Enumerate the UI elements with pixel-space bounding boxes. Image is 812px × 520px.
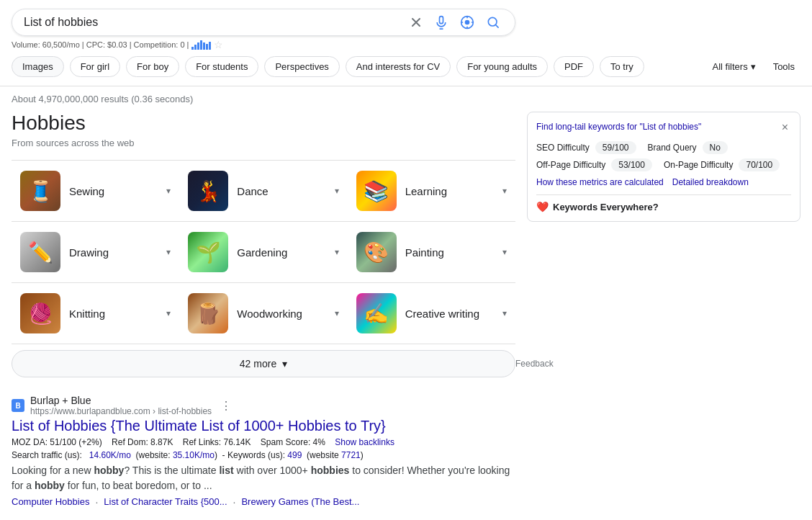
hobby-thumb-sewing: 🧵 <box>20 171 60 211</box>
kw-footer: ❤️ Keywords Everywhere? <box>536 194 791 212</box>
separator-2: · <box>233 496 236 508</box>
ref-dom: Ref Dom: 8.87K <box>112 437 173 447</box>
search-icon[interactable] <box>483 15 503 30</box>
tools-button[interactable]: Tools <box>767 57 800 76</box>
chip-for-girl[interactable]: For girl <box>70 56 120 77</box>
results-count: About 4,970,000,000 results (0.36 second… <box>0 86 812 112</box>
chip-perspectives[interactable]: Perspectives <box>264 56 339 77</box>
mic-icon[interactable] <box>431 15 451 30</box>
spam-score: Spam Score: 4% <box>261 437 325 447</box>
more-button[interactable]: 42 more ▾ <box>12 350 515 377</box>
more-label: 42 more <box>240 358 276 369</box>
moz-da: MOZ DA: 51/100 (+2%) <box>12 437 102 447</box>
hobby-label-creative-writing: Creative writing <box>405 308 494 320</box>
find-longtail-button[interactable]: Find long-tail keywords for "List of hob… <box>536 121 701 133</box>
chevron-down-icon: ▾ <box>751 61 756 72</box>
volume-row: Volume: 60,500/mo | CPC: $0.03 | Competi… <box>12 39 800 50</box>
brand-query-badge: No <box>703 141 728 154</box>
chip-and-interests-for-cv[interactable]: And interests for CV <box>346 56 451 77</box>
chevron-down-creative-writing: ▾ <box>502 308 507 318</box>
all-filters-button[interactable]: All filters ▾ <box>707 57 762 76</box>
keywords-us-val[interactable]: 499 <box>287 450 302 460</box>
off-page-badge: 53/100 <box>611 158 652 171</box>
hobby-item-painting[interactable]: 🎨 Painting ▾ <box>348 222 515 283</box>
ref-links: Ref Links: 76.14K <box>183 437 251 447</box>
chevron-down-knitting: ▾ <box>166 308 171 318</box>
search-bar-area: Volume: 60,500/mo | CPC: $0.03 | Competi… <box>0 0 812 86</box>
seo-difficulty-badge: 59/100 <box>595 141 636 154</box>
all-filters-label: All filters <box>713 61 748 72</box>
hobby-item-gardening[interactable]: 🌱 Gardening ▾ <box>179 222 347 283</box>
hobby-item-dance[interactable]: 💃 Dance ▾ <box>179 161 347 222</box>
hobby-item-drawing[interactable]: ✏️ Drawing ▾ <box>12 222 179 283</box>
result-site-info: Burlap + Blue https://www.burlapandblue.… <box>30 395 212 416</box>
chip-for-young-adults[interactable]: For young adults <box>456 56 548 77</box>
search-traffic-label: Search traffic (us): <box>12 450 82 460</box>
hobby-thumb-woodworking: 🪵 <box>188 293 228 333</box>
separator-1: · <box>95 496 98 508</box>
hobby-thumb-knitting: 🧶 <box>20 293 60 333</box>
chevron-down-dance: ▾ <box>335 186 339 196</box>
volume-text: Volume: 60,500/mo | CPC: $0.03 | Competi… <box>12 40 189 49</box>
result-favicon: B <box>12 399 24 412</box>
kw-brand-text: Keywords Everywhere? <box>553 202 659 212</box>
more-row: 42 more ▾ Feedback <box>12 344 515 389</box>
clear-button[interactable] <box>407 16 425 29</box>
show-backlinks-link[interactable]: Show backlinks <box>335 437 394 447</box>
keywords-everywhere-panel: Find long-tail keywords for "List of hob… <box>527 112 800 222</box>
chip-to-try[interactable]: To try <box>600 56 644 77</box>
search-box <box>12 9 515 36</box>
result-snippet: Looking for a new hobby? This is the ult… <box>12 463 515 493</box>
hobby-item-creative-writing[interactable]: ✍️ Creative writing ▾ <box>348 283 515 344</box>
search-row <box>12 9 800 36</box>
metrics-link[interactable]: How these metrics are calculated <box>536 177 664 187</box>
hobby-thumb-creative-writing: ✍️ <box>356 293 397 333</box>
chip-for-boy[interactable]: For boy <box>126 56 179 77</box>
kw-links-row: How these metrics are calculated Detaile… <box>536 177 791 187</box>
result-source: B Burlap + Blue https://www.burlapandblu… <box>12 395 515 416</box>
related-link-computer-hobbies[interactable]: Computer Hobbies <box>12 496 89 508</box>
hobbies-subtitle: From sources across the web <box>12 138 515 148</box>
chip-pdf[interactable]: PDF <box>554 56 594 77</box>
kw-panel-header: Find long-tail keywords for "List of hob… <box>536 121 791 134</box>
off-page-label: Off-Page Difficulty <box>536 160 605 170</box>
chevron-down-woodworking: ▾ <box>335 308 339 318</box>
breakdown-link[interactable]: Detailed breakdown <box>672 177 749 187</box>
on-page-label: On-Page Difficulty <box>664 160 734 170</box>
chip-for-students[interactable]: For students <box>185 56 258 77</box>
kw-close-button[interactable]: × <box>779 121 791 134</box>
result-menu-button[interactable]: ⋮ <box>220 399 232 413</box>
result-traffic: Search traffic (us): 14.60K/mo (website:… <box>12 450 515 460</box>
right-panel: Find long-tail keywords for "List of hob… <box>527 112 800 519</box>
hobby-item-woodworking[interactable]: 🪵 Woodworking ▾ <box>179 283 347 344</box>
kw-metrics-row1: SEO Difficulty 59/100 Brand Query No <box>536 141 791 154</box>
search-input[interactable] <box>24 16 401 29</box>
keywords-website[interactable]: 7721 <box>341 450 361 460</box>
search-traffic-val[interactable]: 14.60K/mo <box>89 450 131 460</box>
filter-chips-row: Images For girl For boy For students Per… <box>12 56 800 80</box>
hobby-item-sewing[interactable]: 🧵 Sewing ▾ <box>12 161 179 222</box>
kw-metrics-row2: Off-Page Difficulty 53/100 On-Page Diffi… <box>536 158 791 171</box>
hobby-label-gardening: Gardening <box>237 246 325 259</box>
related-link-brewery-games[interactable]: Brewery Games (The Best... <box>241 496 359 508</box>
hobby-item-learning[interactable]: 📚 Learning ▾ <box>348 161 515 222</box>
hobby-label-learning: Learning <box>405 185 494 197</box>
main-content: Hobbies From sources across the web 🧵 Se… <box>0 112 812 519</box>
related-link-character-traits[interactable]: List of Character Traits {500... <box>104 496 227 508</box>
search-result: B Burlap + Blue https://www.burlapandblu… <box>12 389 515 519</box>
website-traffic-val[interactable]: 35.10K/mo <box>173 450 215 460</box>
hobby-label-drawing: Drawing <box>69 246 158 259</box>
hobby-item-knitting[interactable]: 🧶 Knitting ▾ <box>12 283 179 344</box>
related-links: Computer Hobbies · List of Character Tra… <box>12 496 515 508</box>
chevron-down-sewing: ▾ <box>166 186 171 196</box>
result-title[interactable]: List of Hobbies {The Ultimate List of 10… <box>12 418 515 434</box>
google-lens-icon[interactable] <box>457 15 477 30</box>
chevron-down-painting: ▾ <box>502 247 507 257</box>
chip-images[interactable]: Images <box>12 56 64 77</box>
hobbies-title: Hobbies <box>12 112 515 135</box>
chevron-down-learning: ▾ <box>502 186 507 196</box>
seo-difficulty-label: SEO Difficulty <box>536 143 590 153</box>
brand-query-label: Brand Query <box>648 143 697 153</box>
volume-bar <box>191 40 211 50</box>
result-site-name: Burlap + Blue <box>30 395 212 406</box>
